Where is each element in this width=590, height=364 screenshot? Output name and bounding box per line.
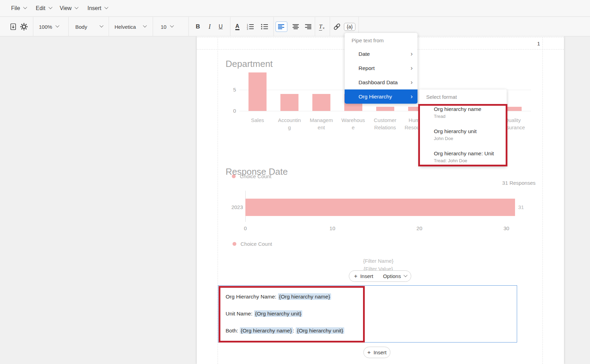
italic-icon: I <box>209 23 211 31</box>
plus-icon: + <box>354 273 357 280</box>
pipe-text-menu: Pipe text from Date› Report› Dashboard D… <box>345 33 418 104</box>
piped-token: {Org hierarchy unit} <box>296 327 344 334</box>
menu-view-label: View <box>60 5 71 11</box>
submenu-item-org-hierarchy-name-unit[interactable]: Org hierarchy name: Unit Tread: John Doe <box>434 150 507 164</box>
options-label: Options <box>383 273 401 279</box>
align-center-button[interactable] <box>292 17 299 36</box>
clear-formatting-x: × <box>322 26 324 30</box>
align-left-button[interactable] <box>276 17 287 36</box>
x-tick-label: 10 <box>324 225 341 231</box>
chevron-right-icon: › <box>411 47 413 61</box>
menu-item-date[interactable]: Date› <box>345 47 418 61</box>
bullet-list-button[interactable] <box>261 17 268 36</box>
toolbar-separator <box>109 17 109 36</box>
piped-token: {Org hierarchy name} <box>278 293 331 300</box>
menu-bar: File Edit View Insert <box>0 0 590 17</box>
line-prefix: Both: <box>226 328 240 333</box>
menu-file[interactable]: File <box>11 0 26 17</box>
menu-insert[interactable]: Insert <box>87 0 107 17</box>
bar <box>245 199 515 216</box>
svg-text:3: 3 <box>247 28 248 30</box>
select-format-submenu: Select format Org hierarchy name Tread O… <box>419 89 507 166</box>
bar <box>376 107 394 111</box>
menu-item-report[interactable]: Report› <box>345 61 418 75</box>
insert-options-pill: + Insert Options <box>349 270 411 282</box>
menu-item-label: Date <box>359 51 370 57</box>
pipe-menu-header: Pipe text from <box>345 33 418 47</box>
piped-token: {Org hierarchy name} <box>240 327 293 334</box>
text-color-button[interactable]: A <box>235 17 239 36</box>
align-right-icon <box>304 24 311 29</box>
text-color-icon: A <box>235 23 239 30</box>
bullet-list-icon <box>261 23 268 31</box>
toolbar-separator <box>153 17 153 36</box>
piped-text-icon: {a} <box>344 23 355 31</box>
options-button[interactable]: Options <box>378 271 411 281</box>
menu-edit[interactable]: Edit <box>36 0 51 17</box>
align-right-button[interactable] <box>304 17 311 36</box>
category-label: Warehouse <box>340 116 366 131</box>
chevron-down-icon <box>104 5 108 9</box>
export-document-button[interactable] <box>9 17 17 36</box>
plus-icon: + <box>367 349 371 356</box>
export-document-icon <box>9 23 17 31</box>
legend-label: Choice Count <box>241 241 272 247</box>
chevron-right-icon: › <box>411 61 413 75</box>
font-select[interactable]: Helvetica <box>115 17 153 36</box>
category-label: Accounting <box>277 116 302 131</box>
toolbar-separator <box>273 17 274 36</box>
legend-dot-icon <box>233 242 236 246</box>
department-chart-title: Department <box>226 59 273 69</box>
page-number: 1 <box>535 41 542 46</box>
bar <box>280 94 298 111</box>
line-prefix: Unit Name: <box>226 311 254 317</box>
paragraph-style-select[interactable]: Body <box>75 17 109 36</box>
toolbar: 100% Body Helvetica 10 B I U A 123 <box>0 17 590 36</box>
ordered-list-button[interactable]: 123 <box>246 17 254 36</box>
font-size-select[interactable]: 10 <box>161 17 173 36</box>
margin-guide-right <box>542 37 543 364</box>
responses-count: 31 Responses <box>502 180 536 186</box>
chevron-right-icon: › <box>411 89 413 104</box>
line-prefix: Org Hierarchy Name: <box>226 294 278 300</box>
menu-edit-label: Edit <box>36 5 45 11</box>
chevron-down-icon <box>143 24 147 27</box>
insert-label: Insert <box>360 273 373 279</box>
menu-item-org-hierarchy[interactable]: Org Hierarchy› <box>345 89 418 104</box>
chevron-right-icon: › <box>411 75 413 89</box>
insert-link-button[interactable] <box>333 17 341 36</box>
clear-formatting-button[interactable]: T× <box>319 17 324 36</box>
response-date-chart-title: Response Date <box>226 166 288 177</box>
response-date-legend: Choice Count <box>233 241 272 247</box>
zoom-value: 100% <box>39 24 52 30</box>
menu-item-label: Report <box>359 65 375 71</box>
insert-label: Insert <box>373 349 387 355</box>
italic-button[interactable]: I <box>209 17 211 36</box>
hbar-value-label: 31 <box>518 204 524 210</box>
category-label: CustomerRelations <box>372 116 398 131</box>
category-label: Management <box>309 116 334 131</box>
text-line-unit-name: Unit Name: {Org hierarchy unit} <box>226 311 302 317</box>
menu-item-dashboard-data[interactable]: Dashboard Data› <box>345 75 418 89</box>
submenu-header: Select format <box>419 89 507 101</box>
bottom-insert-button[interactable]: + Insert <box>363 347 390 358</box>
toolbar-separator <box>315 17 315 36</box>
filter-name-placeholder: {Filter Name} <box>344 258 413 264</box>
bold-button[interactable]: B <box>196 17 200 36</box>
chevron-down-icon <box>404 273 407 277</box>
settings-button[interactable] <box>20 17 28 36</box>
menu-item-label: Dashboard Data <box>359 79 398 85</box>
insert-button[interactable]: + Insert <box>349 271 378 281</box>
piped-token: {Org hierarchy unit} <box>254 310 303 317</box>
submenu-item-org-hierarchy-unit[interactable]: Org hierarchy unit John Doe <box>434 128 507 141</box>
zoom-select[interactable]: 100% <box>39 17 58 36</box>
menu-view[interactable]: View <box>60 0 77 17</box>
align-center-icon <box>292 24 299 29</box>
y-tick-label: 5 <box>222 87 236 93</box>
font-value: Helvetica <box>115 24 136 30</box>
toolbar-separator <box>330 17 330 36</box>
submenu-item-org-hierarchy-name[interactable]: Org hierarchy name Tread <box>434 105 507 119</box>
toolbar-separator <box>68 17 69 36</box>
chevron-down-icon <box>48 5 52 9</box>
underline-button[interactable]: U <box>219 17 223 36</box>
